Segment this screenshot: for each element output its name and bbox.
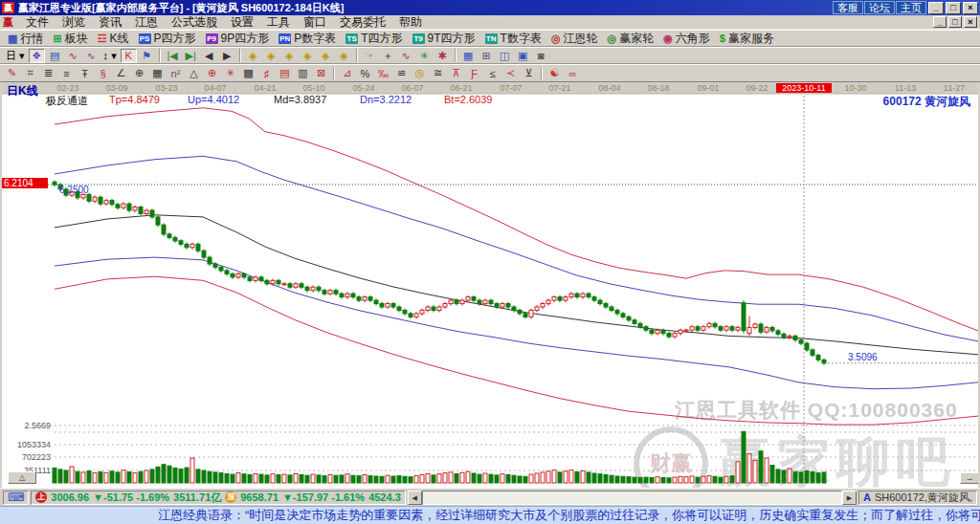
titlebar-link-forum[interactable]: 论坛 [864, 1, 895, 14]
menu-browse[interactable]: 浏览 [56, 15, 92, 29]
gann-diamond-shrink-button[interactable]: ◈ [300, 49, 316, 63]
status-scrollbar[interactable]: ◀ ▶ [408, 491, 857, 505]
trend-flag-button[interactable]: ⚑ [139, 49, 155, 63]
gann-fan-center-tool-button[interactable]: ⊕ [204, 66, 220, 80]
angle-line-tool-button[interactable]: ∠ [113, 66, 129, 80]
child-restore-button[interactable]: □ [948, 16, 962, 28]
resistance-fan-tool-button[interactable]: ≺ [502, 66, 519, 80]
density-grid-tool-button[interactable]: ▦ [149, 66, 166, 80]
p-square-button[interactable]: PSP四方形 [134, 31, 201, 47]
row-levels-tool-button[interactable]: ▤ [277, 66, 293, 80]
menu-trade[interactable]: 交易委托 [333, 15, 392, 29]
gann-diamond-expand-button[interactable]: ◈ [281, 49, 298, 63]
wave-down-button[interactable]: ∿ [83, 49, 100, 63]
save-layout-button[interactable]: ▣ [515, 49, 531, 63]
titlebar-link-support[interactable]: 客服 [833, 1, 863, 14]
menu-gann[interactable]: 江恩 [128, 15, 165, 29]
shade-grid-tool-button[interactable]: ▩ [240, 66, 256, 80]
menu-formula-picker[interactable]: 公式选股 [165, 15, 224, 29]
menu-help[interactable]: 帮助 [392, 15, 429, 29]
t-square-button[interactable]: TST四方形 [341, 31, 407, 47]
gann-wheel-button[interactable]: ◎江恩轮 [546, 31, 603, 47]
titlebar-link-home[interactable]: 主页 [896, 1, 926, 14]
pattern-tool-button[interactable]: ✱ [434, 49, 451, 63]
multi-view-button[interactable]: ❖ [29, 49, 45, 63]
menu-file[interactable]: 文件 [19, 15, 56, 29]
info-panel-button[interactable]: ▤ [47, 49, 63, 63]
kline-button[interactable]: ☲K线 [93, 31, 134, 47]
gann-diamond-right-button[interactable]: ◈ [263, 49, 279, 63]
time-levels-tool-button[interactable]: ≡ [58, 66, 75, 80]
crosshair-tool-button[interactable]: ＋ [380, 49, 396, 63]
k-style-button[interactable]: K [121, 49, 137, 63]
percent-drop-tool-button[interactable]: ⊿ [339, 66, 355, 80]
pressure-line-tool-button[interactable]: ⊼ [448, 66, 464, 80]
spiral-tool-button[interactable]: § [95, 66, 111, 80]
close-button[interactable]: × [963, 2, 978, 14]
sharp-grid-tool-button[interactable]: ♯ [258, 66, 275, 80]
wave-tool-button[interactable]: ∿ [398, 49, 414, 63]
fibonacci-tool-button[interactable]: Ƒ [466, 66, 482, 80]
scrollbar-right-arrow[interactable]: ▶ [842, 491, 857, 505]
speed-line-tool-button[interactable]: ≤ [484, 66, 501, 80]
support-fan-tool-button[interactable]: ⊻ [521, 66, 537, 80]
restore-button[interactable]: □ [946, 2, 961, 14]
keyboard-panel[interactable]: ⌨ [3, 491, 29, 505]
hexagon-button[interactable]: ◉六角形 [658, 31, 715, 47]
period-day-dropdown[interactable]: 日 ▾ [4, 49, 27, 63]
price-levels-tool-button[interactable]: ≣ [40, 66, 56, 80]
permille-tool-button[interactable]: ‰ [375, 66, 391, 80]
gann-grid-tool-button[interactable]: ⌗ [22, 66, 38, 80]
winner-service-button[interactable]: $赢家服务 [715, 31, 779, 47]
yinyang-tool-button[interactable]: ☯ [546, 66, 563, 80]
golden-lines-tool-button[interactable]: ≌ [393, 66, 410, 80]
golden-horizontal-tool-button[interactable]: ≊ [430, 66, 446, 80]
p-number-table-button[interactable]: PNP数字表 [274, 31, 341, 47]
box-cross-tool-button[interactable]: ⊠ [313, 66, 329, 80]
expand-pane-button[interactable]: △ [8, 471, 36, 484]
golden-circle-tool-button[interactable]: ◎ [412, 66, 428, 80]
child-minimize-button[interactable]: _ [933, 16, 947, 28]
prev-bar-button[interactable]: ◀ [201, 49, 217, 63]
brush-tool-button[interactable]: ✎ [4, 66, 20, 80]
snapshot-button[interactable]: ◙ [533, 49, 549, 63]
minimize-button[interactable]: _ [928, 2, 944, 14]
current-stock-panel[interactable]: A SH600172,黄河旋风, [858, 491, 977, 505]
t-number-table-button[interactable]: TNT数字表 [480, 31, 546, 47]
menu-tools[interactable]: 工具 [260, 15, 297, 29]
scroll-forward-button[interactable]: → [960, 472, 979, 484]
menu-news[interactable]: 资讯 [92, 15, 128, 29]
split-window-button[interactable]: ◫ [497, 49, 513, 63]
column-levels-tool-button[interactable]: ▥ [295, 66, 311, 80]
gann-circle-tool-button[interactable]: ⊕ [131, 66, 147, 80]
menu-settings[interactable]: 设置 [224, 15, 260, 29]
infinity-tool-button[interactable]: ∞ [565, 66, 581, 80]
scale-dropdown[interactable]: ↕ ▾ [101, 49, 119, 63]
scrollbar-left-arrow[interactable]: ◀ [408, 491, 422, 505]
top-line-tool-button[interactable]: Ŧ [77, 66, 93, 80]
scrollbar-track[interactable] [422, 491, 842, 505]
first-bar-button[interactable]: |◀ [165, 49, 181, 63]
winner-wheel-button[interactable]: ◎赢家轮 [603, 31, 659, 47]
market-quotes-button[interactable]: ▦行情 [3, 31, 48, 47]
t9-square-button[interactable]: T99T四方形 [408, 31, 480, 47]
triangle-tool-button[interactable]: △ [186, 66, 202, 80]
gann-diamond-left-button[interactable]: ◈ [245, 49, 261, 63]
gann-diamond-up-button[interactable]: ◈ [318, 49, 334, 63]
calendar-button[interactable]: ▦ [460, 49, 477, 63]
gann-diamond-down-button[interactable]: ◈ [336, 49, 352, 63]
wave-up-button[interactable]: ∿ [65, 49, 81, 63]
star-burst-tool-button[interactable]: ✳ [222, 66, 238, 80]
percent-tool-button[interactable]: % [357, 66, 373, 80]
calculator-button[interactable]: ⊞ [479, 49, 495, 63]
menu-window[interactable]: 窗口 [297, 15, 333, 29]
chart-canvas[interactable]: 2.5669105333470222335111102-2303-0903-23… [2, 82, 980, 488]
chart-area[interactable]: 江恩工具软件 QQ:100800360 赢家聊吧 财赢 2.5669105333… [0, 82, 980, 488]
square-number-tool-button[interactable]: n² [167, 66, 184, 80]
next-bar-button[interactable]: ▶ [219, 49, 235, 63]
child-close-button[interactable]: × [964, 16, 977, 28]
sector-blocks-button[interactable]: ⊞板块 [48, 31, 92, 47]
sse-index-panel[interactable]: 上 3006.96 ▼-51.75 -1.69% 3511.71亿 深 9658… [31, 491, 405, 505]
p9-square-button[interactable]: P99P四方形 [201, 31, 275, 47]
shape-tool-button[interactable]: ✳ [416, 49, 433, 63]
